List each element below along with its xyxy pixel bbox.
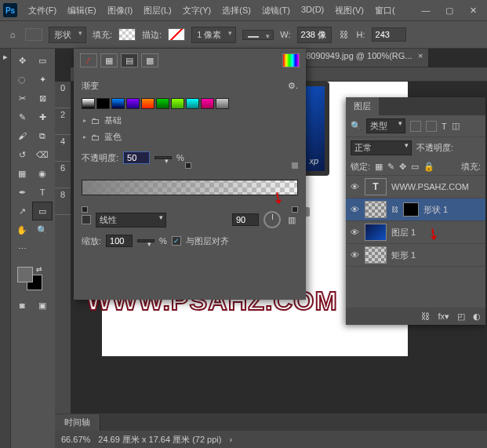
win-minimize-icon[interactable]: — bbox=[415, 2, 437, 18]
stroke-style-dropdown[interactable] bbox=[242, 30, 274, 40]
lock-paint-icon[interactable]: ✎ bbox=[387, 162, 394, 172]
filter-adjust-icon[interactable] bbox=[426, 121, 437, 132]
scale-dropdown[interactable] bbox=[137, 239, 154, 242]
wand-tool[interactable]: ✦ bbox=[33, 71, 52, 88]
filter-type-icon[interactable]: T bbox=[442, 122, 447, 131]
visibility-icon[interactable]: 👁 bbox=[349, 228, 360, 237]
layer-item[interactable]: 👁 T WWW.PSAHZ.COM bbox=[346, 176, 485, 199]
stroke-width-dropdown[interactable]: 1 像素 bbox=[191, 27, 236, 43]
scale-input[interactable]: 100 bbox=[106, 235, 133, 247]
menu-filter[interactable]: 滤镜(T) bbox=[257, 2, 295, 19]
lasso-tool[interactable]: ◌ bbox=[13, 71, 31, 88]
fgbg-colors[interactable]: ⇄ bbox=[13, 264, 50, 295]
zoom-value[interactable]: 66.67% bbox=[61, 435, 90, 444]
history-brush-tool[interactable]: ↺ bbox=[13, 146, 31, 163]
foreground-color[interactable] bbox=[17, 267, 33, 282]
menu-view[interactable]: 视图(V) bbox=[330, 2, 369, 19]
filter-type-dropdown[interactable]: 类型 bbox=[366, 118, 405, 133]
menu-layer[interactable]: 图层(L) bbox=[139, 2, 176, 19]
visibility-icon[interactable]: 👁 bbox=[349, 205, 360, 214]
width-input[interactable]: 238 像 bbox=[297, 27, 332, 43]
brush-tool[interactable]: 🖌 bbox=[13, 127, 31, 144]
artboard-tool[interactable]: ▭ bbox=[33, 52, 52, 69]
adjustment-icon[interactable]: ◐ bbox=[473, 311, 481, 322]
opacity-stop[interactable] bbox=[185, 162, 191, 169]
layers-panel-tab[interactable]: 图层 bbox=[346, 97, 379, 115]
type-tool[interactable]: T bbox=[33, 184, 52, 201]
swatch[interactable] bbox=[111, 98, 125, 109]
lock-all-icon[interactable]: 🔒 bbox=[423, 162, 434, 172]
edit-toolbar[interactable]: ⋯ bbox=[13, 240, 31, 257]
menu-type[interactable]: 文字(Y) bbox=[178, 2, 216, 19]
menu-3d[interactable]: 3D(D) bbox=[296, 2, 329, 19]
filter-shape-icon[interactable]: ◫ bbox=[452, 121, 460, 131]
menu-window[interactable]: 窗口( bbox=[370, 2, 400, 19]
layer-item[interactable]: 👁 图层 1 bbox=[346, 221, 485, 244]
shape-mode-dropdown[interactable]: 形状 bbox=[49, 27, 86, 43]
swatch[interactable] bbox=[156, 98, 169, 109]
color-picker-icon[interactable] bbox=[282, 53, 300, 67]
shape-preset-swatch[interactable] bbox=[25, 28, 42, 41]
swatch[interactable] bbox=[186, 98, 199, 109]
pen-tool[interactable]: ✒ bbox=[13, 184, 31, 201]
menu-file[interactable]: 文件(F) bbox=[24, 2, 61, 19]
gradient-tool[interactable]: ▦ bbox=[13, 165, 31, 182]
visibility-icon[interactable]: 👁 bbox=[349, 250, 360, 260]
visibility-icon[interactable]: 👁 bbox=[349, 182, 360, 191]
hand-tool[interactable]: ✋ bbox=[13, 221, 31, 239]
blur-tool[interactable]: ◉ bbox=[33, 165, 52, 182]
timeline-tab[interactable]: 时间轴 bbox=[55, 414, 100, 431]
gradient-bar[interactable] bbox=[82, 180, 298, 195]
crop-tool[interactable]: ✂ bbox=[13, 89, 31, 107]
menu-select[interactable]: 选择(S) bbox=[217, 2, 256, 19]
collapse-icon[interactable]: ▸ bbox=[3, 52, 8, 62]
home-icon[interactable]: ⌂ bbox=[6, 28, 19, 41]
layer-mask[interactable] bbox=[403, 202, 419, 217]
quickmask-icon[interactable]: ◙ bbox=[13, 297, 31, 314]
win-close-icon[interactable]: ✕ bbox=[462, 2, 484, 18]
filter-pixel-icon[interactable] bbox=[410, 121, 421, 132]
document-tab[interactable]: 118090949.jpg @ 100%(RG... × bbox=[290, 49, 428, 67]
folder-blue[interactable]: ▸🗀蓝色 bbox=[82, 129, 298, 145]
search-icon[interactable]: 🔍 bbox=[351, 121, 362, 131]
rectangle-tool[interactable]: ▭ bbox=[33, 202, 52, 220]
gear-icon[interactable]: ⚙. bbox=[288, 81, 298, 91]
frame-tool[interactable]: ⊠ bbox=[33, 89, 52, 107]
align-layer-check[interactable] bbox=[172, 236, 181, 246]
eyedropper-tool[interactable]: ✎ bbox=[13, 108, 31, 126]
swatch[interactable] bbox=[96, 98, 110, 109]
menu-image[interactable]: 图像(I) bbox=[103, 2, 137, 19]
swatch[interactable] bbox=[141, 98, 154, 109]
lock-art-icon[interactable]: ▭ bbox=[411, 162, 419, 172]
screenmode-icon[interactable]: ▣ bbox=[33, 297, 52, 314]
swatch[interactable] bbox=[171, 98, 184, 109]
fill-pattern-icon[interactable]: ▩ bbox=[141, 53, 158, 67]
gradient-style-dropdown[interactable]: 线性 bbox=[96, 213, 166, 228]
link-wh-icon[interactable]: ⛓ bbox=[338, 28, 351, 41]
move-tool[interactable]: ✥ bbox=[13, 52, 31, 69]
opacity-dropdown[interactable] bbox=[154, 156, 172, 159]
menu-edit[interactable]: 编辑(E) bbox=[63, 2, 101, 19]
eraser-tool[interactable]: ⌫ bbox=[33, 146, 52, 163]
folder-basic[interactable]: ▸🗀基础 bbox=[82, 112, 298, 129]
status-arrow-icon[interactable]: › bbox=[229, 435, 232, 444]
lock-pos-icon[interactable]: ✥ bbox=[399, 162, 406, 172]
opacity-stop-end[interactable] bbox=[292, 162, 298, 169]
height-input[interactable]: 243 bbox=[372, 27, 406, 42]
color-stop-start[interactable] bbox=[82, 206, 88, 213]
color-stop-end[interactable] bbox=[292, 206, 298, 213]
opacity-input[interactable]: 50 bbox=[123, 151, 150, 164]
angle-dial[interactable] bbox=[263, 211, 281, 228]
link-layers-icon[interactable]: ⛓ bbox=[421, 311, 430, 321]
fill-swatch[interactable] bbox=[118, 28, 136, 41]
align-icon[interactable]: ▥ bbox=[285, 213, 298, 226]
zoom-tool[interactable]: 🔍 bbox=[33, 221, 52, 239]
blend-mode-dropdown[interactable]: 正常 bbox=[351, 140, 412, 155]
lock-trans-icon[interactable]: ▦ bbox=[375, 162, 383, 172]
reverse-check[interactable] bbox=[82, 215, 91, 224]
swatch[interactable] bbox=[82, 98, 95, 109]
stroke-swatch[interactable] bbox=[168, 28, 185, 41]
mask-icon[interactable]: ◰ bbox=[457, 311, 465, 322]
fx-icon[interactable]: fx▾ bbox=[438, 311, 449, 322]
close-tab-icon[interactable]: × bbox=[418, 51, 423, 60]
